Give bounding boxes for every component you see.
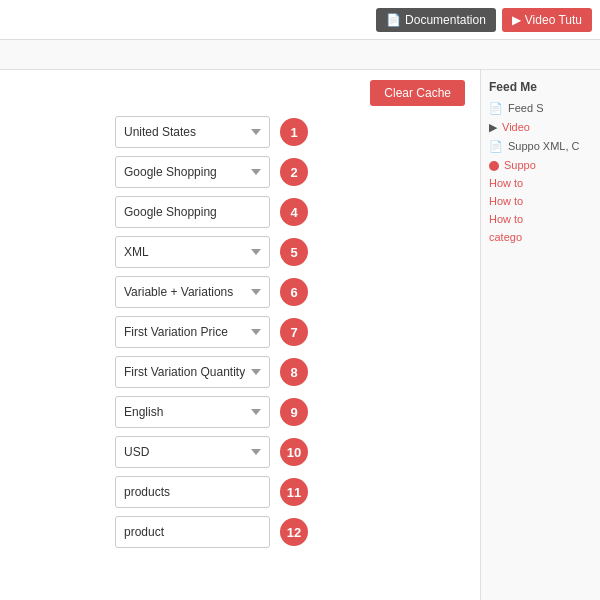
step-badge-7: 7	[280, 318, 308, 346]
select-field-10[interactable]: USDEURGBPAUD	[115, 436, 270, 468]
sidebar-feed-label: Feed S	[508, 102, 543, 114]
form-row: 4	[115, 196, 465, 228]
select-field-5[interactable]: XMLCSVTSV	[115, 236, 270, 268]
step-badge-4: 4	[280, 198, 308, 226]
step-badge-5: 5	[280, 238, 308, 266]
video-label: Video Tutu	[525, 13, 582, 27]
sidebar-item-video[interactable]: ▶ Video	[489, 121, 592, 134]
step-badge-2: 2	[280, 158, 308, 186]
video-icon: ▶	[512, 13, 521, 27]
sidebar-title: Feed Me	[489, 80, 592, 94]
sidebar: Feed Me 📄 Feed S ▶ Video 📄 Suppo XML, C …	[480, 70, 600, 600]
sidebar-item-support: 📄 Suppo XML, C	[489, 140, 592, 153]
form-row: USDEURGBPAUD10	[115, 436, 465, 468]
form-row: 12	[115, 516, 465, 548]
sidebar-item-howto1[interactable]: How to	[489, 177, 592, 189]
main-layout: Clear Cache United StatesUnited KingdomC…	[0, 70, 600, 600]
clear-cache-button[interactable]: Clear Cache	[370, 80, 465, 106]
doc-icon2: 📄	[489, 140, 503, 153]
top-bar: 📄 Documentation ▶ Video Tutu	[0, 0, 600, 40]
select-field-7[interactable]: First Variation PriceLowest PriceHighest…	[115, 316, 270, 348]
form-row: Variable + VariationsSimpleAll6	[115, 276, 465, 308]
form-row: First Variation QuantityTotal QuantityLo…	[115, 356, 465, 388]
clear-cache-row: Clear Cache	[15, 80, 465, 106]
doc-label: Documentation	[405, 13, 486, 27]
sidebar-catego-label: catego	[489, 231, 522, 243]
form-row: First Variation PriceLowest PriceHighest…	[115, 316, 465, 348]
text-input-11[interactable]	[115, 476, 270, 508]
sidebar-item-howto3[interactable]: How to	[489, 213, 592, 225]
sidebar-item-feed[interactable]: 📄 Feed S	[489, 102, 592, 115]
sidebar-howto2-label: How to	[489, 195, 523, 207]
documentation-button[interactable]: 📄 Documentation	[376, 8, 496, 32]
circle-icon	[489, 161, 499, 171]
step-badge-10: 10	[280, 438, 308, 466]
step-badge-12: 12	[280, 518, 308, 546]
form-row: 11	[115, 476, 465, 508]
sidebar-circle-label: Suppo	[504, 159, 536, 171]
sidebar-item-catego[interactable]: catego	[489, 231, 592, 243]
form-rows: United StatesUnited KingdomCanadaAustral…	[15, 116, 465, 548]
sidebar-support-label: Suppo XML, C	[508, 140, 580, 152]
content-area: Clear Cache United StatesUnited KingdomC…	[0, 70, 480, 600]
text-input-4[interactable]	[115, 196, 270, 228]
form-row: XMLCSVTSV5	[115, 236, 465, 268]
form-row: United StatesUnited KingdomCanadaAustral…	[115, 116, 465, 148]
select-field-9[interactable]: EnglishSpanishFrenchGerman	[115, 396, 270, 428]
select-field-6[interactable]: Variable + VariationsSimpleAll	[115, 276, 270, 308]
form-row: Google ShoppingFacebookBing2	[115, 156, 465, 188]
step-badge-1: 1	[280, 118, 308, 146]
sidebar-item-circle[interactable]: Suppo	[489, 159, 592, 171]
video-icon: ▶	[489, 121, 497, 134]
form-row: EnglishSpanishFrenchGerman9	[115, 396, 465, 428]
video-tutorial-button[interactable]: ▶ Video Tutu	[502, 8, 592, 32]
step-badge-9: 9	[280, 398, 308, 426]
sidebar-item-howto2[interactable]: How to	[489, 195, 592, 207]
sidebar-howto1-label: How to	[489, 177, 523, 189]
doc-icon: 📄	[489, 102, 503, 115]
select-field-2[interactable]: Google ShoppingFacebookBing	[115, 156, 270, 188]
sidebar-video-label: Video	[502, 121, 530, 133]
select-field-8[interactable]: First Variation QuantityTotal QuantityLo…	[115, 356, 270, 388]
text-input-12[interactable]	[115, 516, 270, 548]
step-badge-8: 8	[280, 358, 308, 386]
select-field-1[interactable]: United StatesUnited KingdomCanadaAustral…	[115, 116, 270, 148]
step-badge-6: 6	[280, 278, 308, 306]
sidebar-howto3-label: How to	[489, 213, 523, 225]
sub-bar	[0, 40, 600, 70]
doc-icon: 📄	[386, 13, 401, 27]
step-badge-11: 11	[280, 478, 308, 506]
